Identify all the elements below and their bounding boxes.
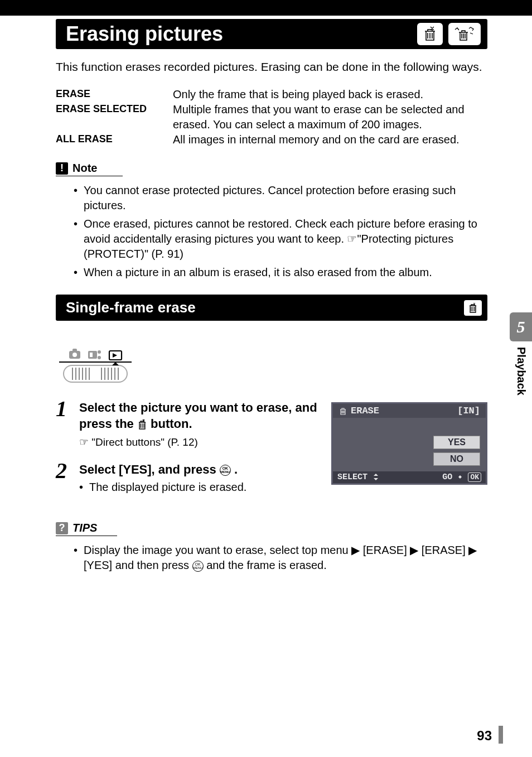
note-block: ! Note You cannot erase protected pictur… xyxy=(56,162,487,280)
def-desc: Multiple frames that you want to erase c… xyxy=(173,102,487,132)
step-number: 1 xyxy=(56,398,71,448)
step-title-part: Select the picture you want to erase, an… xyxy=(79,401,317,431)
def-term: ERASE xyxy=(56,87,173,102)
note-header: ! Note xyxy=(56,162,123,176)
definitions-table: ERASE Only the frame that is being playe… xyxy=(56,87,487,147)
step-title: Select the picture you want to erase, an… xyxy=(79,400,318,432)
top-bar xyxy=(0,0,532,16)
screen-yes-option: YES xyxy=(433,436,480,449)
step-bullets: The displayed picture is erased. xyxy=(79,481,318,494)
tips-label: TIPS xyxy=(72,522,97,534)
ok-menu-button-icon: OKMENU xyxy=(220,465,231,476)
screen-footer: SELECT GO OK xyxy=(333,471,486,483)
camera-screen-mock: ERASE [IN] YES NO SELECT GO OK xyxy=(331,402,487,485)
step-title-part: Select [YES], and press xyxy=(79,462,220,476)
tips-mark-icon: ? xyxy=(56,522,68,534)
chapter-label: Playback xyxy=(515,347,528,396)
note-item: When a picture in an album is erased, it… xyxy=(74,265,487,280)
screen-header-label: ERASE xyxy=(351,406,379,416)
subsection-bar: Single-frame erase xyxy=(56,295,487,321)
screen-header: ERASE [IN] xyxy=(333,404,486,418)
step-subtext: ☞ "Direct buttons" (P. 12) xyxy=(79,436,318,449)
mode-dial-diagram xyxy=(59,335,487,387)
intro-text: This function erases recorded pictures. … xyxy=(56,59,487,75)
chapter-number: 5 xyxy=(510,312,532,341)
note-item: You cannot erase protected pictures. Can… xyxy=(74,183,487,213)
screen-footer-right: GO OK xyxy=(442,472,481,482)
step-number: 2 xyxy=(56,460,71,494)
page-bar-decoration xyxy=(499,726,503,744)
def-desc: All images in internal memory and on the… xyxy=(173,132,487,147)
tips-item: Display the image you want to erase, sel… xyxy=(74,543,487,573)
erase-icon xyxy=(417,23,443,45)
def-desc: Only the frame that is being played back… xyxy=(173,87,487,102)
tips-text-part: and the frame is erased. xyxy=(206,559,327,571)
erase-button-icon xyxy=(137,419,147,430)
screen-footer-label: SELECT xyxy=(337,472,367,482)
screen-body: YES NO xyxy=(333,418,486,471)
screen-footer-go: GO xyxy=(442,472,452,482)
updown-icon xyxy=(373,473,379,481)
note-list: You cannot erase protected pictures. Can… xyxy=(56,183,487,280)
def-term: ERASE SELECTED xyxy=(56,102,173,132)
svg-marker-26 xyxy=(458,475,462,479)
section-title: Erasing pictures xyxy=(66,22,223,46)
svg-point-18 xyxy=(98,350,101,354)
svg-point-19 xyxy=(98,356,101,359)
erase-icon-small xyxy=(464,300,482,316)
tips-block: ? TIPS Display the image you want to era… xyxy=(56,522,487,573)
screen-footer-left: SELECT xyxy=(337,472,379,482)
trash-icon xyxy=(338,407,347,416)
svg-marker-24 xyxy=(374,474,378,476)
note-item: Once erased, pictures cannot be restored… xyxy=(74,216,487,262)
svg-rect-20 xyxy=(90,353,93,357)
steps-column: 1 Select the picture you want to erase, … xyxy=(56,398,318,505)
svg-rect-15 xyxy=(72,349,77,352)
note-label: Note xyxy=(72,162,97,175)
screen-footer-ok: OK xyxy=(468,472,481,482)
page-number: 93 xyxy=(477,728,492,744)
step-row: 1 Select the picture you want to erase, … xyxy=(56,398,318,448)
svg-marker-25 xyxy=(374,478,378,480)
screen-no-option: NO xyxy=(433,452,480,466)
section-title-bar: Erasing pictures xyxy=(56,19,487,49)
step-title-part: . xyxy=(234,462,238,476)
side-tab: 5 Playback xyxy=(510,312,532,396)
tips-list: Display the image you want to erase, sel… xyxy=(56,543,487,573)
svg-rect-0 xyxy=(64,365,127,382)
right-diamond-icon xyxy=(457,474,463,480)
erase-multi-icon xyxy=(448,23,481,45)
step-bullet-item: The displayed picture is erased. xyxy=(79,481,318,494)
step-row: 2 Select [YES], and press OKMENU . The d… xyxy=(56,460,318,494)
note-mark-icon: ! xyxy=(56,162,68,175)
step-title-part: button. xyxy=(151,417,192,431)
screen-header-right: [IN] xyxy=(457,406,480,416)
subsection-title: Single-frame erase xyxy=(66,299,196,316)
svg-marker-22 xyxy=(113,353,117,358)
ok-menu-button-icon: OKMENU xyxy=(192,561,204,572)
svg-point-16 xyxy=(72,353,77,357)
tips-header: ? TIPS xyxy=(56,522,117,536)
title-icon-group xyxy=(417,23,481,45)
step-title: Select [YES], and press OKMENU . xyxy=(79,462,318,478)
def-term: ALL ERASE xyxy=(56,132,173,147)
